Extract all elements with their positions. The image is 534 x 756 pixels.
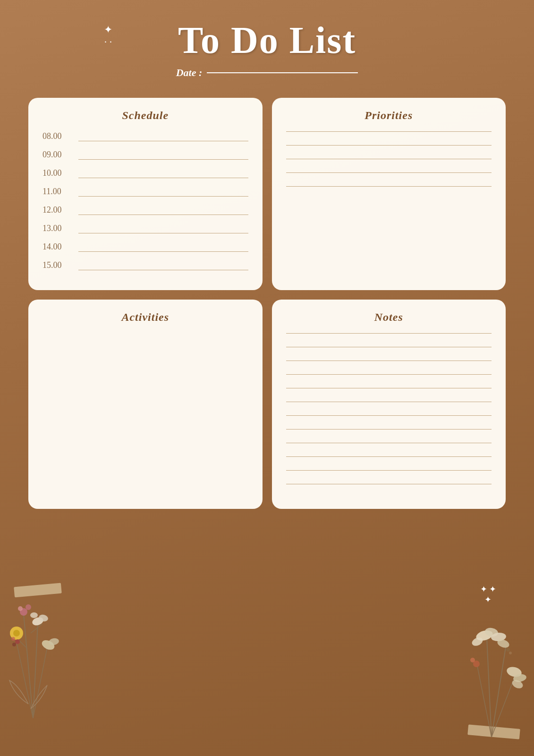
schedule-line-5[interactable] xyxy=(78,215,248,215)
schedule-line-3[interactable] xyxy=(78,178,248,178)
svg-line-2 xyxy=(17,643,33,718)
svg-point-26 xyxy=(496,638,510,649)
svg-line-20 xyxy=(492,647,506,737)
svg-point-32 xyxy=(470,658,475,662)
note-line-1[interactable] xyxy=(286,333,492,334)
note-line-9[interactable] xyxy=(286,443,492,443)
note-line-2[interactable] xyxy=(286,347,492,347)
svg-point-12 xyxy=(38,614,49,623)
svg-line-3 xyxy=(33,647,47,718)
note-line-6[interactable] xyxy=(286,402,492,402)
note-line-10[interactable] xyxy=(286,456,492,457)
activities-card: Activities xyxy=(28,300,263,509)
time-1400: 14.00 xyxy=(42,242,76,254)
time-1300: 13.00 xyxy=(42,223,76,235)
schedule-line-4[interactable] xyxy=(78,196,248,197)
svg-point-17 xyxy=(12,643,16,646)
schedule-row-2: 09.00 xyxy=(42,150,248,162)
date-row: Date : xyxy=(28,67,506,79)
notes-card: Notes xyxy=(272,300,506,509)
schedule-card: Schedule 08.00 09.00 10.00 11.00 xyxy=(28,98,263,290)
schedule-line-1[interactable] xyxy=(78,141,248,141)
time-1100: 11.00 xyxy=(42,187,76,198)
time-0900: 09.00 xyxy=(42,150,76,162)
svg-point-34 xyxy=(509,652,512,654)
svg-line-19 xyxy=(487,638,492,737)
time-1000: 10.00 xyxy=(42,168,76,180)
svg-point-29 xyxy=(513,673,527,683)
svg-line-0 xyxy=(24,614,33,718)
sparkles-top-left: ✦· · xyxy=(104,24,112,49)
schedule-line-7[interactable] xyxy=(78,251,248,252)
priority-line-1[interactable] xyxy=(286,131,492,132)
schedule-row-8: 15.00 xyxy=(42,260,248,272)
svg-point-25 xyxy=(491,632,506,642)
svg-point-9 xyxy=(25,604,31,610)
page-title: To Do List xyxy=(28,19,506,62)
schedule-list: 08.00 09.00 10.00 11.00 12.00 xyxy=(42,131,248,272)
svg-point-6 xyxy=(10,627,23,640)
notes-lines xyxy=(286,333,492,484)
svg-line-5 xyxy=(31,624,42,633)
tape-right xyxy=(467,724,520,739)
activities-title: Activities xyxy=(42,311,248,324)
note-line-4[interactable] xyxy=(286,374,492,375)
time-1500: 15.00 xyxy=(42,260,76,272)
svg-point-18 xyxy=(11,637,15,641)
svg-point-10 xyxy=(18,606,23,611)
floral-right xyxy=(444,610,534,742)
main-grid: Schedule 08.00 09.00 10.00 11.00 xyxy=(28,98,506,509)
svg-point-7 xyxy=(13,630,20,636)
note-line-3[interactable] xyxy=(286,361,492,361)
schedule-row-3: 10.00 xyxy=(42,168,248,180)
schedule-row-6: 13.00 xyxy=(42,223,248,235)
time-1200: 12.00 xyxy=(42,205,76,217)
schedule-row-1: 08.00 xyxy=(42,131,248,143)
schedule-line-8[interactable] xyxy=(78,270,248,270)
priority-line-2[interactable] xyxy=(286,145,492,146)
svg-point-28 xyxy=(506,665,523,679)
svg-point-31 xyxy=(473,661,480,667)
schedule-row-5: 12.00 xyxy=(42,205,248,217)
schedule-line-2[interactable] xyxy=(78,159,248,160)
page: ✦· · To Do List Date : Schedule 08.00 09… xyxy=(0,0,534,756)
schedule-title: Schedule xyxy=(42,109,248,122)
note-line-5[interactable] xyxy=(286,388,492,388)
svg-point-23 xyxy=(475,629,494,643)
svg-point-14 xyxy=(41,638,56,652)
svg-point-15 xyxy=(48,637,59,646)
sparkle-right: ✦ ✦ ✦ xyxy=(480,584,497,605)
schedule-row-4: 11.00 xyxy=(42,187,248,198)
notes-title: Notes xyxy=(286,311,492,324)
priorities-card: Priorities xyxy=(272,98,506,290)
priorities-title: Priorities xyxy=(286,109,492,122)
date-label: Date : xyxy=(176,67,203,79)
svg-point-27 xyxy=(471,636,484,648)
note-line-11[interactable] xyxy=(286,470,492,471)
schedule-row-7: 14.00 xyxy=(42,242,248,254)
schedule-line-6[interactable] xyxy=(78,233,248,233)
priority-line-3[interactable] xyxy=(286,159,492,159)
priorities-lines xyxy=(286,131,492,187)
note-line-7[interactable] xyxy=(286,415,492,416)
svg-line-4 xyxy=(17,638,26,647)
svg-point-30 xyxy=(511,679,525,690)
svg-line-1 xyxy=(33,624,38,718)
svg-point-33 xyxy=(506,648,510,652)
svg-point-11 xyxy=(31,616,44,627)
title-area: ✦· · To Do List xyxy=(28,19,506,62)
note-line-8[interactable] xyxy=(286,429,492,430)
priority-line-5[interactable] xyxy=(286,186,492,187)
priority-line-4[interactable] xyxy=(286,172,492,173)
date-underline[interactable] xyxy=(207,72,358,73)
time-0800: 08.00 xyxy=(42,131,76,143)
svg-point-13 xyxy=(30,612,38,618)
svg-point-8 xyxy=(20,608,27,616)
svg-point-24 xyxy=(484,627,499,638)
floral-left xyxy=(0,576,76,728)
note-line-12[interactable] xyxy=(286,484,492,484)
svg-point-16 xyxy=(15,639,20,644)
tape-left xyxy=(14,583,62,598)
